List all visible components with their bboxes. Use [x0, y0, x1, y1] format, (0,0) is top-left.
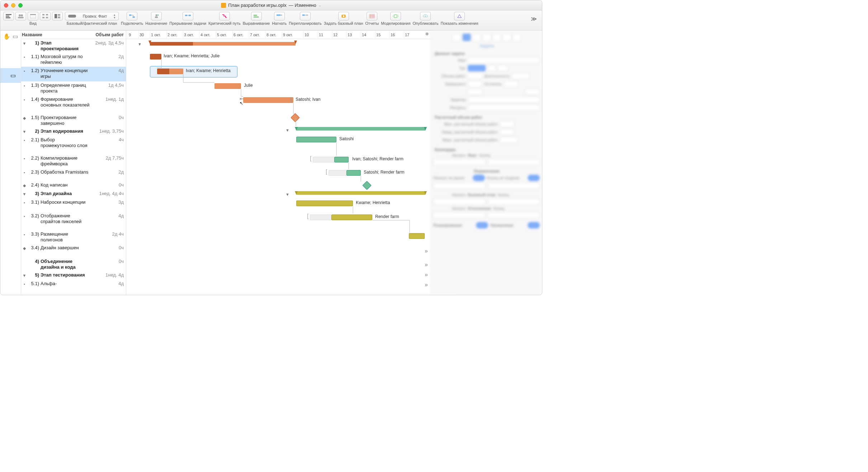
row-name: Альфа-	[41, 281, 91, 287]
timescale-tick: 14	[361, 30, 366, 39]
row-index: 2)	[28, 128, 41, 134]
svg-point-27	[343, 15, 344, 17]
svg-rect-1	[6, 16, 9, 17]
outline-row[interactable]: ▼2)Этап кодирования1нед. 3,75ч	[21, 127, 126, 136]
inspector-tabs[interactable]	[433, 33, 540, 41]
toolbar-label-reports: Отчеты	[365, 21, 379, 25]
edit-mode-selector[interactable]: Правка: Факт ▴▾	[65, 12, 119, 20]
row-index: 1.4)	[28, 96, 41, 102]
assignment-switch[interactable]	[528, 222, 540, 228]
level-button[interactable]	[251, 12, 262, 20]
row-effort: 4д	[91, 213, 126, 218]
row-name: Обработка Framistans	[41, 169, 91, 175]
timescale-tick: 4 окт.	[199, 30, 210, 39]
title-dropdown-icon[interactable]: ⌄	[319, 3, 321, 7]
outline-row[interactable]: 4)Объединение дизайна и кода0ч	[21, 258, 126, 271]
baseline-bar-icon	[68, 15, 76, 18]
close-window-button[interactable]	[4, 3, 8, 8]
timescale-tick: 5 окт.	[216, 30, 227, 39]
svg-rect-2	[6, 17, 10, 18]
reports-button[interactable]	[367, 12, 377, 20]
reschedule-button[interactable]	[300, 12, 311, 20]
outline-row[interactable]: •1.1)Мозговой штурм по геймплею2д	[21, 53, 126, 67]
row-effort: 1д 4,5ч	[91, 82, 126, 88]
connect-button[interactable]	[127, 12, 137, 20]
inspector-panel[interactable]: Задача Данные задачи Имя Тип Объем работ…	[431, 30, 542, 295]
selected-row-note-icon[interactable]: ▭	[0, 68, 21, 83]
start-constraint-switch[interactable]	[473, 175, 485, 181]
minimize-window-button[interactable]	[11, 3, 15, 8]
outline-row[interactable]: ▼3)Этап дизайна1нед. 4д 4ч	[21, 190, 126, 198]
svg-rect-5	[18, 17, 24, 18]
svg-rect-28	[369, 14, 375, 18]
toolbar-group-baseline: Правка: Факт ▴▾ Базовый/фактический план	[65, 12, 119, 25]
view-calendar-button[interactable]	[28, 12, 38, 20]
end-constraint-switch[interactable]	[528, 175, 540, 181]
row-bullet-icon: •	[21, 96, 28, 103]
view-gantt-button[interactable]	[3, 12, 14, 20]
show-changes-button[interactable]	[454, 12, 465, 20]
view-styles-button[interactable]	[52, 12, 63, 20]
timescale-tick: 3 окт.	[183, 30, 194, 39]
set-baseline-button[interactable]	[338, 12, 349, 20]
hand-tool-icon[interactable]: ✋	[3, 33, 10, 40]
row-index: 2.1)	[28, 137, 41, 142]
outline-row[interactable]: •3.2)Отображение спрайтов пикселей4д	[21, 212, 126, 230]
toolbar-label-assign: Назначение	[145, 21, 167, 25]
outline-row[interactable]: •3.1)Наброски концепции3д	[21, 198, 126, 212]
view-resources-button[interactable]	[15, 12, 26, 20]
outline-row[interactable]: ▼1)Этап проектирования2нед. 3д 4,5ч	[21, 39, 126, 53]
svg-rect-0	[6, 14, 11, 15]
catchup-button[interactable]	[274, 12, 285, 20]
row-name: Компилирование фреймворка	[41, 155, 91, 167]
gantt-chart[interactable]: ⊕ 9301 окт.2 окт.3 окт.4 окт.5 окт.6 окт…	[126, 30, 431, 295]
split-task-button[interactable]	[183, 12, 193, 20]
svg-point-33	[393, 15, 398, 18]
inspector-type-pill[interactable]	[468, 65, 486, 71]
svg-point-4	[21, 14, 23, 16]
row-bullet-icon: ▼	[21, 128, 28, 135]
toolbar-label-critical: Критический путь	[208, 21, 241, 25]
task-outline[interactable]: Название Объем работ ▼1)Этап проектирова…	[21, 30, 126, 295]
outline-row[interactable]: ◆2.4)Код написан0ч	[21, 181, 126, 190]
timescale-tick: 1 окт.	[150, 30, 161, 39]
col-header-effort: Объем работ	[91, 32, 126, 37]
row-name: Мозговой штурм по геймплею	[41, 54, 91, 65]
inspector-name-field[interactable]	[468, 57, 540, 63]
outline-row[interactable]: •2.1)Выбор промежуточного слоя4ч	[21, 136, 126, 154]
row-effort: 4ч	[91, 137, 126, 142]
planning-switch[interactable]	[476, 222, 488, 228]
outline-row[interactable]: •5.1)Альфа-4д	[21, 280, 126, 291]
outline-row[interactable]: ◆1.5)Проектирование завершено0ч	[21, 114, 126, 127]
row-effort: 1нед. 4д 4ч	[91, 191, 126, 196]
toolbar-overflow-button[interactable]: ≫	[531, 12, 539, 22]
outline-row[interactable]: ▼5)Этап тестирования1нед. 4д	[21, 271, 126, 280]
row-index: 3.4)	[28, 245, 41, 250]
critical-path-button[interactable]	[219, 12, 230, 20]
timescale-tick: 11	[318, 30, 323, 39]
assign-button[interactable]	[151, 12, 162, 20]
outline-row[interactable]: •1.4)Формирование основных показателей1н…	[21, 95, 126, 114]
svg-rect-25	[306, 14, 308, 16]
view-network-button[interactable]	[40, 12, 51, 20]
row-bullet-icon: ▼	[21, 272, 28, 279]
note-column-icon[interactable]: ▭	[13, 33, 18, 40]
inspector-section-calendar: Календарь	[435, 147, 540, 152]
outline-row[interactable]: •1.2)Уточнение концепции игры4д	[21, 67, 126, 81]
outline-row[interactable]: •2.2)Компилирование фреймворка2д 7,75ч	[21, 154, 126, 168]
dependency-links	[126, 39, 428, 290]
zoom-window-button[interactable]	[18, 3, 23, 8]
simulations-button[interactable]	[390, 12, 401, 20]
svg-rect-21	[254, 15, 257, 16]
row-bullet-icon: •	[21, 137, 28, 143]
publish-button[interactable]	[420, 12, 431, 20]
outline-row[interactable]: •3.3)Размещение полигонов2д 4ч	[21, 230, 126, 244]
timescale-tick: 8 окт.	[265, 30, 276, 39]
zoom-icon[interactable]: ⊕	[425, 32, 429, 36]
outline-row[interactable]: •1.3)Определение границ проекта1д 4,5ч	[21, 81, 126, 95]
toolbar-label-simulations: Моделирования	[381, 21, 410, 25]
timescale-tick: 30	[138, 30, 144, 39]
outline-row[interactable]: •2.3)Обработка Framistans2д	[21, 168, 126, 181]
outline-row[interactable]: ◆3.4)Дизайн завершен0ч	[21, 244, 126, 258]
row-name: Объединение дизайна и кода	[41, 259, 91, 270]
